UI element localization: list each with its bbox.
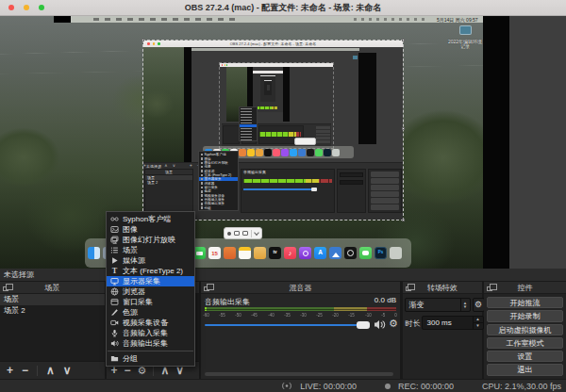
photoshop-icon: Ps (375, 247, 387, 259)
volume-slider-handle[interactable] (357, 321, 370, 329)
volume-slider-track[interactable] (205, 324, 358, 326)
mini-screenshot-toolbar (294, 138, 316, 145)
selection-handle[interactable] (402, 39, 405, 41)
mixer-dock-header[interactable]: 混音器 (201, 282, 400, 294)
menu-item-text[interactable]: T 文本 (FreeType 2) (107, 266, 194, 276)
selection-handle[interactable] (142, 127, 144, 130)
toolbar-divider (37, 366, 38, 376)
speaker-icon[interactable] (374, 319, 386, 330)
duration-label: 时长 (406, 318, 421, 329)
captured-menubar: 5月14日 周六 09:57 (54, 16, 483, 23)
mini-control-buttons (316, 126, 330, 144)
cpu-fps-stats: CPU: 2.1%,30.00 fps (482, 382, 561, 391)
scene-list-item[interactable]: 场景 2 (0, 305, 105, 317)
menu-item-group[interactable]: 分组 (107, 353, 194, 364)
scenes-dock-title: 场景 (0, 283, 105, 293)
obs-dock-icon (344, 247, 357, 259)
transitions-dock-header[interactable]: 转场特效 (403, 282, 483, 294)
window-titlebar[interactable]: OBS 27.2.4 (mac) - 配置文件: 未命名 - 场景: 未命名 (0, 0, 566, 16)
controls-dock: 控件 开始推流 开始录制 启动虚拟摄像机 工作室模式 设置 退出 (484, 282, 566, 379)
menu-item-audio-input[interactable]: 音频输入采集 (107, 328, 194, 338)
studio-mode-button[interactable]: 工作室模式 (487, 337, 563, 349)
settings-button[interactable]: 设置 (487, 351, 563, 362)
add-scene-button[interactable]: + (7, 365, 13, 376)
menu-item-video-capture[interactable]: 视频采集设备 (107, 318, 194, 328)
micro-audio-meter (255, 106, 277, 109)
apple-tv-icon: tv (269, 247, 281, 259)
menu-item-scene[interactable]: 场景 (107, 245, 194, 255)
transition-select[interactable]: 渐变 ▲▼ (405, 298, 471, 312)
selection-handle[interactable] (402, 127, 405, 130)
add-source-menu: Syphon客户端 图像 图像幻灯片放映 场景 媒体源 T 文本 (FreeTy… (106, 211, 195, 367)
toolbar-divider (251, 230, 252, 237)
exit-button[interactable]: 退出 (487, 364, 563, 375)
start-recording-button[interactable]: 开始录制 (487, 310, 563, 321)
preview-canvas[interactable]: 5月14日 周六 09:57 2022年编辑环境记录 OBS 27.2.4 (m… (0, 16, 566, 269)
captured-source-menu: Syphon客户端图像图像幻灯片放映场景媒体源文本 (FreeType 2)显示… (198, 151, 239, 211)
scene-up-button[interactable]: ∧ (46, 365, 55, 376)
captured-obs-window-level5 (264, 80, 272, 95)
captured-menu-items (93, 18, 235, 21)
start-virtual-camera-button[interactable]: 启动虚拟摄像机 (487, 324, 563, 335)
mini-controls-dock (368, 169, 402, 213)
status-bar: LIVE: 00:00:00 REC: 00:00:00 CPU: 2.1%,3… (0, 379, 566, 392)
menu-item-syphon[interactable]: Syphon客户端 (107, 214, 194, 224)
menu-item-image[interactable]: 图像 (107, 224, 194, 235)
browser-icon (110, 287, 119, 296)
scene-list-item[interactable]: 场景 (0, 294, 105, 305)
mini-transitions-dock (337, 169, 366, 213)
pillarbox-right (358, 53, 376, 144)
image-icon (110, 225, 119, 234)
transitions-dock: 转场特效 渐变 ▲▼ ⚙ 时长 300 ms ▲▼ (403, 282, 483, 379)
scenes-dock-header[interactable]: 场景 (0, 282, 105, 294)
menu-item-window-capture[interactable]: 窗口采集 (107, 297, 194, 307)
start-streaming-button[interactable]: 开始推流 (487, 297, 563, 308)
capture-selection-icon (242, 231, 248, 236)
mini-dock-toolbar: + − ∧ ∨ + − ⚙ ∧ ∨ (143, 163, 403, 168)
dock-app-icon (224, 247, 236, 259)
captured-clock: 5月14日 周六 09:57 (437, 17, 482, 23)
selection-handle[interactable] (142, 39, 144, 41)
text-icon: T (110, 267, 119, 275)
captured-obs-body: 未选择源 场景 场景 场景 2 音频输出采集 (143, 47, 403, 220)
transition-properties-button[interactable]: ⚙ (473, 298, 485, 312)
micro-titlebar (253, 71, 283, 74)
source-properties-button[interactable]: ⚙ (138, 366, 147, 376)
recursion-core (267, 85, 270, 90)
spin-arrows-icon[interactable]: ▲▼ (473, 317, 483, 329)
menu-item-audio-output[interactable]: 音频输出采集 (107, 338, 194, 349)
captured-menubar-strip: 5月14日 周六 09:57 (71, 16, 483, 23)
scenes-list: 场景 场景 2 (0, 294, 105, 361)
mixer-dock-title: 混音器 (201, 283, 400, 293)
capture-window-icon (234, 231, 241, 236)
menu-item-display-capture[interactable]: 显示器采集 (107, 276, 194, 286)
dock-app-icon (329, 247, 341, 259)
captured-obs-window-level4 (260, 75, 275, 102)
control-buttons: 开始推流 开始录制 启动虚拟摄像机 工作室模式 设置 退出 (487, 297, 563, 376)
scene-down-button[interactable]: ∨ (63, 365, 72, 376)
select-arrows-icon: ▲▼ (460, 299, 470, 311)
menu-divider (108, 351, 193, 351)
mixer-channel-label: 音频输出采集 (205, 297, 250, 307)
calendar-icon: 15 (208, 247, 221, 259)
menu-item-browser[interactable]: 浏览器 (107, 286, 194, 297)
folder-icon (254, 247, 266, 259)
captured-menubar-level2 (189, 48, 359, 51)
menu-item-media[interactable]: 媒体源 (107, 255, 194, 266)
audio-output-icon (110, 339, 119, 348)
duration-spinbox[interactable]: 300 ms ▲▼ (422, 316, 484, 330)
mixer-settings-gear-icon[interactable]: ⚙ (389, 318, 398, 330)
selection-handle[interactable] (402, 219, 405, 221)
mini-body (220, 67, 333, 148)
mixer-scrollbar[interactable] (205, 372, 393, 376)
rec-time: REC: 00:00:00 (398, 382, 454, 391)
meter-scale: -60-55-50-45-40-35-30-25-20-15-10-50 (203, 312, 397, 318)
canvas-black-notch (54, 16, 71, 23)
menu-item-slideshow[interactable]: 图像幻灯片放映 (107, 235, 194, 245)
menu-item-color-source[interactable]: 色源 (107, 307, 194, 318)
controls-dock-header[interactable]: 控件 (484, 282, 566, 294)
canvas-black-bar (483, 16, 509, 269)
display-capture-icon (110, 277, 119, 286)
live-time: LIVE: 00:00:00 (300, 382, 357, 391)
remove-scene-button[interactable]: − (22, 365, 28, 376)
